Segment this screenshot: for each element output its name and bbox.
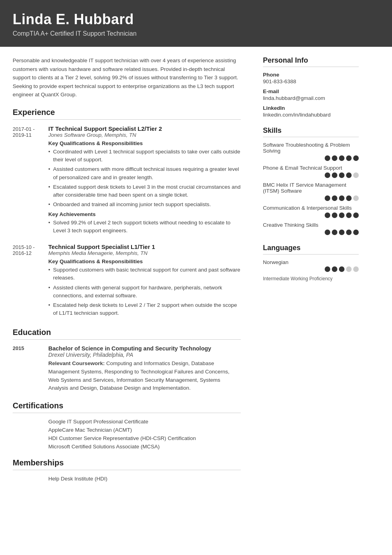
dot-filled xyxy=(332,195,337,201)
exp-title-2: Technical Support Specialist L1/Tier 1 xyxy=(48,243,241,250)
certifications-divider xyxy=(13,413,241,413)
skill-name: BMC Helix IT Service Management (ITSM) S… xyxy=(263,182,359,194)
candidate-title: CompTIA A+ Certified IT Support Technici… xyxy=(13,30,379,37)
exp-achievements-list-1: Solved 99.2% of Level 2 tech support tic… xyxy=(48,219,241,235)
exp-bullet: Supported customers with basic technical… xyxy=(48,266,241,282)
dot-filled xyxy=(339,155,344,161)
exp-company-1: Jones Software Group, Memphis, TN xyxy=(48,132,241,138)
personal-info-section: Personal Info Phone 901-833-6388 E-mail … xyxy=(263,56,359,118)
phone-value: 901-833-6388 xyxy=(263,78,359,84)
personal-info-divider xyxy=(263,67,359,67)
dot-filled xyxy=(325,195,330,201)
exp-date-2: 2015-10 -2016-12 xyxy=(13,243,48,319)
edu-detail: Bachelor of Science in Computing and Sec… xyxy=(48,345,241,393)
header: Linda E. Hubbard CompTIA A+ Certified IT… xyxy=(0,0,392,47)
coursework-label: Relevant Coursework: xyxy=(48,360,105,366)
dot-filled xyxy=(346,230,352,235)
exp-bullet: Solved 99.2% of Level 2 tech support tic… xyxy=(48,219,241,235)
exp-bullet: Escalated help desk tickets to Level 2 /… xyxy=(48,301,241,318)
exp-bullet: Assisted customers with more difficult t… xyxy=(48,165,241,182)
experience-item: 2017-01 -2019-11 IT Technical Support Sp… xyxy=(13,125,241,236)
certifications-heading: Certifications xyxy=(13,401,241,410)
dot-filled xyxy=(346,155,352,161)
languages-section: Languages Norwegian Intermediate Working… xyxy=(263,244,359,281)
skill-dots xyxy=(263,212,359,218)
skill-name: Software Troubleshooting & Problem Solvi… xyxy=(263,142,359,154)
dot-filled xyxy=(339,195,344,201)
memberships-heading: Memberships xyxy=(13,458,241,467)
dot-filled xyxy=(339,230,344,235)
dot-empty xyxy=(353,195,359,201)
exp-bullet: Assisted clients with general support fo… xyxy=(48,284,241,300)
certification-item: AppleCare Mac Technician (ACMT) xyxy=(13,427,241,433)
dot-filled xyxy=(353,212,359,218)
dot-filled xyxy=(325,212,330,218)
dot-filled xyxy=(332,230,337,235)
skill-dots xyxy=(263,172,359,178)
skills-section: Skills Software Troubleshooting & Proble… xyxy=(263,126,359,235)
experience-item: 2015-10 -2016-12 Technical Support Speci… xyxy=(13,243,241,319)
memberships-list: Help Desk Institute (HDI) xyxy=(13,476,241,482)
summary: Personable and knowledgeable IT support … xyxy=(13,56,241,99)
dot-empty xyxy=(353,172,359,178)
language-name: Norwegian xyxy=(263,259,359,265)
languages-heading: Languages xyxy=(263,244,359,252)
exp-qualifications-list-1: Coordinated with Level 1 technical suppo… xyxy=(48,148,241,209)
exp-qualifications-heading-2: Key Qualifications & Responsibilities xyxy=(48,258,241,264)
exp-detail-1: IT Technical Support Specialist L2/Tier … xyxy=(48,125,241,236)
exp-company-2: Memphis Media Menagerie, Memphis, TN xyxy=(48,250,241,256)
education-item: 2015 Bachelor of Science in Computing an… xyxy=(13,345,241,393)
candidate-name: Linda E. Hubbard xyxy=(13,11,379,28)
dot-filled xyxy=(332,155,337,161)
edu-school: Drexel University, Philadelphia, PA xyxy=(48,352,241,358)
languages-divider xyxy=(263,254,359,255)
dot-filled xyxy=(325,155,330,161)
dot-filled xyxy=(332,212,337,218)
email-value: linda.hubbard@gmail.com xyxy=(263,95,359,101)
dot-filled xyxy=(325,172,330,178)
education-heading: Education xyxy=(13,328,241,337)
main-column: Personable and knowledgeable IT support … xyxy=(0,47,253,500)
linkedin-label: LinkedIn xyxy=(263,105,359,111)
personal-info-heading: Personal Info xyxy=(263,56,359,65)
skill-item: Phone & Email Technical Support xyxy=(263,165,359,178)
dot-filled xyxy=(325,266,330,272)
dot-filled xyxy=(346,195,352,201)
skill-item: BMC Helix IT Service Management (ITSM) S… xyxy=(263,182,359,201)
skill-dots xyxy=(263,155,359,161)
phone-label: Phone xyxy=(263,72,359,78)
certification-item: Microsoft Certified Solutions Associate … xyxy=(13,444,241,450)
education-section: Education 2015 Bachelor of Science in Co… xyxy=(13,328,241,393)
skill-name: Phone & Email Technical Support xyxy=(263,165,359,171)
dot-filled xyxy=(346,172,352,178)
skill-dots xyxy=(263,230,359,235)
certifications-list: Google IT Support Professional Certifica… xyxy=(13,419,241,450)
dot-filled xyxy=(325,230,330,235)
exp-detail-2: Technical Support Specialist L1/Tier 1 M… xyxy=(48,243,241,319)
skill-item: Creative Thinking Skills xyxy=(263,222,359,235)
dot-filled xyxy=(332,172,337,178)
skills-heading: Skills xyxy=(263,126,359,135)
memberships-divider xyxy=(13,470,241,470)
certifications-section: Certifications Google IT Support Profess… xyxy=(13,401,241,450)
language-dots xyxy=(263,266,359,272)
email-label: E-mail xyxy=(263,88,359,94)
sidebar: Personal Info Phone 901-833-6388 E-mail … xyxy=(253,47,368,500)
skill-dots xyxy=(263,195,359,201)
experience-divider xyxy=(13,119,241,120)
certification-item: Google IT Support Professional Certifica… xyxy=(13,419,241,425)
dot-filled xyxy=(346,212,352,218)
skills-divider xyxy=(263,137,359,137)
dot-filled xyxy=(332,266,337,272)
exp-bullet: Escalated support desk tickets to Level … xyxy=(48,183,241,199)
skill-item: Communication & Interpersonal Skills xyxy=(263,205,359,218)
certification-item: HDI Customer Service Representative (HDI… xyxy=(13,435,241,441)
edu-date: 2015 xyxy=(13,345,48,393)
memberships-section: Memberships Help Desk Institute (HDI) xyxy=(13,458,241,482)
dot-empty xyxy=(353,266,359,272)
dot-filled xyxy=(339,172,344,178)
dot-filled xyxy=(339,212,344,218)
skill-item: Software Troubleshooting & Problem Solvi… xyxy=(263,142,359,161)
dot-empty xyxy=(346,266,352,272)
dot-filled xyxy=(353,230,359,235)
